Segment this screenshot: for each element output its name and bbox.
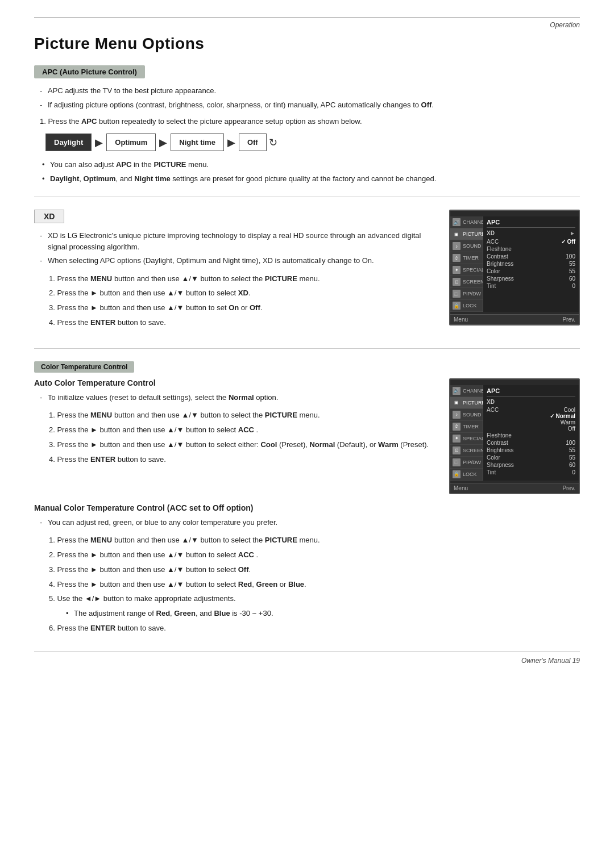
auto-menu-title: APC (487, 387, 500, 394)
sidebar-pipdw: ⬚ PIP/DW (450, 288, 483, 300)
manual-step-1: 1. Press the MENU button and then use ▲/… (40, 535, 580, 546)
manual-indent-bullets: The adjustment range of Red, Green, and … (66, 608, 580, 620)
manual-step-5: 5. Use the ◄/► button to make appropriat… (40, 593, 580, 605)
xd-left: XD XD is LG Electronic's unique picture … (34, 210, 438, 336)
footer-text: Owner's Manual 19 (521, 657, 580, 665)
xd-tv-screen: 🔊 CHANNEL ▣ PICTURE ♪ SOUND ⏱ (449, 210, 580, 326)
auto-screen-icon: ⊡ (453, 446, 460, 454)
color-temp-header: Color Temperature Control (34, 361, 134, 373)
auto-tv-content: APC XD ACC Cool ✓ Normal Warm (483, 385, 579, 481)
auto-row-contrast: Contrast100 (487, 439, 575, 446)
auto-row-fleshtone: Fleshtone (487, 432, 575, 439)
manual-steps: 1. Press the MENU button and then use ▲/… (40, 535, 580, 635)
xd-row-sharpness: Sharpness60 (487, 275, 575, 282)
page-wrapper: Operation Picture Menu Options APC (Auto… (0, 0, 614, 868)
auto-sound-icon: ♪ (453, 411, 460, 419)
manual-bullets: You can adjust red, green, or blue to an… (40, 517, 580, 528)
manual-step-indent: The adjustment range of Red, Green, and … (50, 608, 580, 620)
auto-row-tint: Tint0 (487, 469, 575, 476)
auto-timer-icon: ⏱ (453, 423, 460, 431)
xd-tv-footer: Menu Prev. (450, 314, 579, 324)
xd-step-4: 4. Press the ENTER button to save. (40, 317, 438, 329)
channel-icon: 🔊 (453, 218, 460, 226)
sidebar-lock: 🔒 LOCK (450, 300, 483, 312)
page-title: Picture Menu Options (34, 35, 580, 53)
lock-icon: 🔒 (453, 302, 460, 310)
auto-footer-menu: Menu (454, 485, 468, 491)
auto-row-xd: XD (487, 398, 575, 406)
apc-bullet-1: APC adjusts the TV to the best picture a… (40, 85, 580, 97)
manual-step-6: 6. Press the ENTER button to save. (40, 623, 580, 635)
manual-bullet-1: You can adjust red, green, or blue to an… (40, 517, 580, 528)
auto-right: 🔊 CHANNEL ▣ PICTURE ♪ SOUND (449, 378, 580, 494)
auto-color-temp: Auto Color Temperature Control To initia… (34, 378, 580, 494)
auto-row-sharpness: Sharpness60 (487, 461, 575, 469)
manual-step-2: 2. Press the ► button and then use ▲/▼ b… (40, 549, 580, 561)
auto-special-icon: ✦ (453, 435, 460, 443)
section-label: Operation (34, 21, 580, 29)
xd-bullets: XD is LG Electronic's unique picture imp… (40, 230, 438, 266)
sidebar-special: ✦ SPECIAL (450, 264, 483, 276)
auto-row-color: Color55 (487, 454, 575, 461)
xd-section: XD XD is LG Electronic's unique picture … (34, 210, 580, 336)
auto-sidebar-pipdw: ⬚ PIP/DW (450, 457, 483, 469)
xd-row-color: Color55 (487, 268, 575, 275)
flow-daylight: Daylight (45, 133, 92, 151)
xd-right: 🔊 CHANNEL ▣ PICTURE ♪ SOUND ⏱ (449, 210, 580, 326)
auto-step-4: 4. Press the ENTER button to save. (40, 454, 438, 466)
auto-row-brightness: Brightness55 (487, 446, 575, 454)
apc-bullet-2: If adjusting picture options (contrast, … (40, 99, 580, 111)
acc-warm: Warm (550, 419, 575, 425)
xd-tv-content: APC XD ► ACC ✓ Off Fleshtone (483, 216, 579, 312)
pipdw-icon: ⬚ (453, 290, 460, 298)
auto-sidebar: 🔊 CHANNEL ▣ PICTURE ♪ SOUND (450, 385, 483, 481)
auto-title: Auto Color Temperature Control (34, 378, 438, 387)
auto-sidebar-channel: 🔊 CHANNEL (450, 385, 483, 397)
sidebar-channel: 🔊 CHANNEL (450, 216, 483, 228)
xd-row-brightness: Brightness55 (487, 260, 575, 268)
screen-icon: ⊡ (453, 278, 460, 286)
auto-sidebar-timer: ⏱ TIMER (450, 421, 483, 433)
flow-arrow-2: ▶ (159, 136, 167, 149)
timer-icon: ⏱ (453, 254, 460, 262)
color-temp-section: Color Temperature Control Auto Color Tem… (34, 361, 580, 635)
footer-prev: Prev. (562, 316, 575, 323)
sidebar-picture: ▣ PICTURE (450, 228, 483, 240)
auto-bullets: To initialize values (reset to default s… (40, 392, 438, 403)
divider-2 (34, 348, 580, 349)
sound-icon: ♪ (453, 242, 460, 250)
footer-menu: Menu (454, 316, 468, 323)
auto-acc-row: ACC Cool ✓ Normal Warm Off (487, 407, 575, 432)
auto-sidebar-sound: ♪ SOUND (450, 409, 483, 421)
flow-arrow-3: ▶ (227, 136, 235, 149)
sidebar-timer: ⏱ TIMER (450, 252, 483, 264)
apc-section: APC (Auto Picture Control) APC adjusts t… (34, 65, 580, 184)
flow-nighttime: Night time (171, 133, 224, 151)
flow-arrow-4: ↻ (269, 136, 277, 149)
xd-menu-header: APC (487, 219, 575, 228)
manual-step-3: 3. Press the ► button and then use ▲/▼ b… (40, 564, 580, 576)
divider-1 (34, 197, 580, 197)
apc-step1: 1. Press the APC button repeatedly to se… (40, 117, 580, 126)
xd-step-3: 3. Press the ► button and then use ▲/▼ b… (40, 302, 438, 314)
auto-tv-screen: 🔊 CHANNEL ▣ PICTURE ♪ SOUND (449, 378, 580, 494)
auto-step-1: 1. Press the MENU button and then use ▲/… (40, 410, 438, 422)
xd-row-xd: XD ► (487, 229, 575, 237)
manual-color-temp: Manual Color Temperature Control (ACC se… (34, 503, 580, 635)
flow-arrow-1: ▶ (95, 136, 103, 149)
sidebar-sound: ♪ SOUND (450, 240, 483, 252)
auto-tv-footer: Menu Prev. (450, 483, 579, 493)
flow-optimum: Optimum (106, 133, 156, 151)
auto-bullet-1: To initialize values (reset to default s… (40, 392, 438, 403)
xd-row-acc: ACC ✓ Off (487, 238, 575, 245)
apc-flow: Daylight ▶ Optimum ▶ Night time ▶ Off ↻ (45, 133, 330, 151)
auto-lock-icon: 🔒 (453, 470, 460, 478)
xd-row-tint: Tint0 (487, 282, 575, 290)
auto-steps: 1. Press the MENU button and then use ▲/… (40, 410, 438, 465)
auto-left: Auto Color Temperature Control To initia… (34, 378, 438, 473)
xd-sidebar: 🔊 CHANNEL ▣ PICTURE ♪ SOUND ⏱ (450, 216, 483, 312)
auto-step-3: 3. Press the ► button and then use ▲/▼ b… (40, 439, 438, 451)
picture-icon: ▣ (453, 230, 460, 238)
acc-off: Off (550, 425, 575, 432)
apc-dot-bullets: You can also adjust APC in the PICTURE m… (42, 159, 580, 184)
